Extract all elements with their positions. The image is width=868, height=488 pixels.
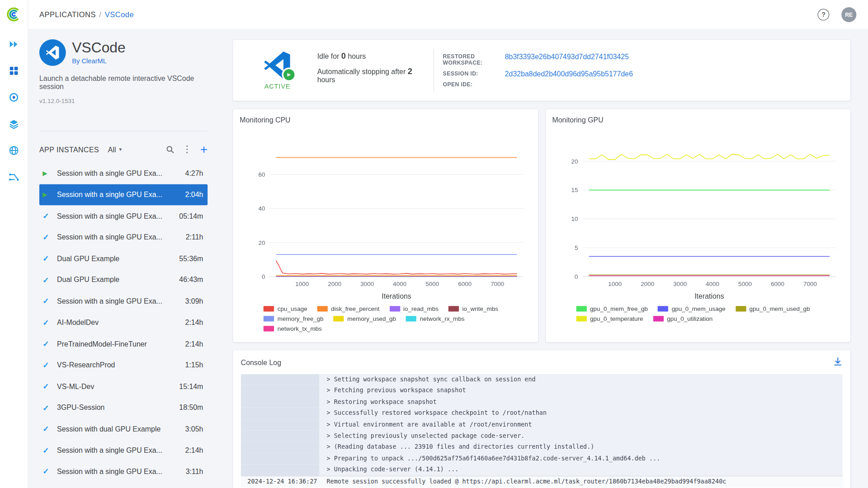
reports-globe-icon[interactable] [7,144,20,157]
legend-label: network_tx_mbs [278,325,322,332]
console-message: > Successfully restored workspace checkp… [320,408,843,419]
legend-label: memory_used_gb [347,315,396,322]
legend-swatch [264,306,274,311]
list-item[interactable]: ✓Session with a single GPU Exa...2:11h [39,226,208,248]
legend-item[interactable]: io_write_mbs [448,305,498,312]
breadcrumb: APPLICATIONS / VSCode [39,10,134,19]
legend-item[interactable]: gpu_0_mem_usage [658,305,726,312]
list-item[interactable]: ✓Session with dual GPU Example3:05h [39,418,208,440]
list-item[interactable]: ✓Session with a single GPU Exa...3:09h [39,291,208,312]
svg-text:5000: 5000 [425,281,439,287]
legend-label: gpu_0_mem_used_gb [749,305,810,312]
console-gutter [241,408,320,419]
cpu-chart-title: Monitoring CPU [240,116,532,124]
dashboard-icon[interactable] [7,64,20,77]
applications-icon[interactable] [7,91,20,104]
instance-name: Session with a single GPU Exa... [57,233,180,241]
list-item[interactable]: ▶Session with a single GPU Exa...2:04h [39,184,208,205]
console-line: > Restoring workspace snapshot [241,397,843,408]
list-item[interactable]: ✓Session with a single GPU Exa...05:14m [39,205,208,226]
legend-label: io_write_mbs [462,305,498,312]
legend-swatch [736,306,746,311]
byline-link[interactable]: By ClearML [72,57,126,65]
legend-item[interactable]: network_tx_mbs [264,325,322,332]
field-label: RESTORED WORKSPACE: [443,53,505,66]
list-item[interactable]: ▶Session with a single GPU Exa...4:27h [39,163,208,184]
console-log-card: Console Log > Setting workspace snapshot… [232,350,851,488]
field-label: OPEN IDE: [443,81,505,88]
legend-item[interactable]: disk_free_percent [317,305,380,312]
list-item[interactable]: ✓Session with a single GPU Exa...2:22h [39,482,208,488]
gpu-chart-legend: gpu_0_mem_free_gbgpu_0_mem_usagegpu_0_me… [576,305,820,322]
console-body[interactable]: > Setting workspace snapshot sync callba… [241,374,843,488]
idle-info: Idle for 0 hours Automatically stopping … [317,51,428,90]
instances-header: APP INSTANCES All ▼ ⋮ + [39,138,208,160]
legend-item[interactable]: network_rx_mbs [406,315,464,322]
app-header: VSCode By ClearML [39,29,208,66]
running-badge-icon: ▶ [282,67,296,82]
completed-status-icon: ✓ [42,446,57,455]
avatar[interactable]: RE [841,7,856,22]
legend-label: gpu_0_temperature [590,315,643,322]
legend-swatch [317,306,328,311]
instance-duration: 2:04h [185,191,203,199]
list-item[interactable]: ✓AI-ModelDev2:14h [39,312,208,333]
download-log-icon[interactable] [833,357,843,369]
datasets-icon[interactable] [7,117,20,131]
legend-label: disk_free_percent [331,305,379,312]
instance-duration: 3:11h [186,467,203,475]
list-item[interactable]: ✓Dual GPU Example46:43m [39,269,208,291]
legend-item[interactable]: cpu_usage [264,305,307,312]
list-item[interactable]: ✓Dual GPU Example55:36m [39,248,208,269]
session-field: SESSION ID:2d32ba8ded2b400d96d95a95b5177… [443,70,633,77]
legend-item[interactable]: gpu_0_utilization [653,315,713,322]
instance-name: Session with a single GPU Exa... [57,191,179,199]
console-message: > Fetching previous workspace snapshot [320,385,843,397]
list-item[interactable]: ✓Session with a single GPU Exa...2:14h [39,440,208,461]
console-message: > Setting workspace snapshot sync callba… [320,374,843,385]
more-options-icon[interactable]: ⋮ [183,145,192,154]
legend-item[interactable]: gpu_0_temperature [576,315,643,322]
workers-queues-icon[interactable] [7,38,20,51]
instance-duration: 1:15h [185,361,203,369]
help-icon[interactable]: ? [818,9,830,20]
page-title: VSCode [72,40,126,55]
cpu-chart-card: Monitoring CPU 0204060100020003000400050… [232,108,538,343]
running-status-icon: ▶ [42,191,57,198]
session-field: RESTORED WORKSPACE:8b3f3393e26b407493d7d… [443,53,633,66]
svg-text:20: 20 [259,239,265,246]
clearml-logo[interactable] [6,7,21,22]
field-value-link[interactable]: 2d32ba8ded2b400d96d95a95b5177de6 [505,70,633,77]
instance-name: Session with a single GPU Exa... [57,446,179,454]
list-item[interactable]: ✓PreTrainedModel-FineTuner2:14h [39,333,208,354]
list-item[interactable]: ✓3GPU-Session18:50m [39,397,208,418]
legend-item[interactable]: gpu_0_mem_used_gb [736,305,810,312]
instance-name: Session with a single GPU Exa... [57,297,179,305]
svg-text:3000: 3000 [360,281,374,287]
svg-text:1000: 1000 [295,281,309,287]
list-item[interactable]: ✓VS-ML-Dev15:14m [39,375,208,397]
session-status-block: ▶ ACTIVE [241,51,314,90]
legend-item[interactable]: io_read_mbs [389,305,438,312]
field-value-link[interactable]: 8b3f3393e26b407493d7dd2741f03425 [505,53,629,60]
console-message: > Preparing to unpack .../500d625af75a6f… [320,453,843,465]
breadcrumb-vscode-link[interactable]: VSCode [105,10,134,19]
list-item[interactable]: ✓VS-ResearchProd1:15h [39,354,208,375]
pipelines-icon[interactable] [7,170,20,183]
legend-item[interactable]: memory_free_gb [264,315,323,322]
breadcrumb-separator: / [99,10,101,19]
instance-name: VS-ML-Dev [57,382,174,390]
session-fields: RESTORED WORKSPACE:8b3f3393e26b407493d7d… [443,53,633,88]
legend-item[interactable]: memory_used_gb [334,315,396,322]
gpu-chart-canvas[interactable]: 051015201000200030004000500060007000Iter… [551,131,845,302]
breadcrumb-applications-link[interactable]: APPLICATIONS [39,10,96,19]
legend-item[interactable]: gpu_0_mem_free_gb [576,305,648,312]
instances-filter-dropdown[interactable]: All ▼ [108,145,123,153]
list-item[interactable]: ✓Session with a single GPU Exa...3:11h [39,461,208,482]
svg-text:5000: 5000 [738,281,751,287]
add-instance-button[interactable]: + [200,144,208,155]
vscode-icon [45,45,60,60]
cpu-chart-canvas[interactable]: 02040601000200030004000500060007000Itera… [239,131,533,302]
session-field: OPEN IDE: [443,81,633,88]
search-icon[interactable] [166,145,174,153]
